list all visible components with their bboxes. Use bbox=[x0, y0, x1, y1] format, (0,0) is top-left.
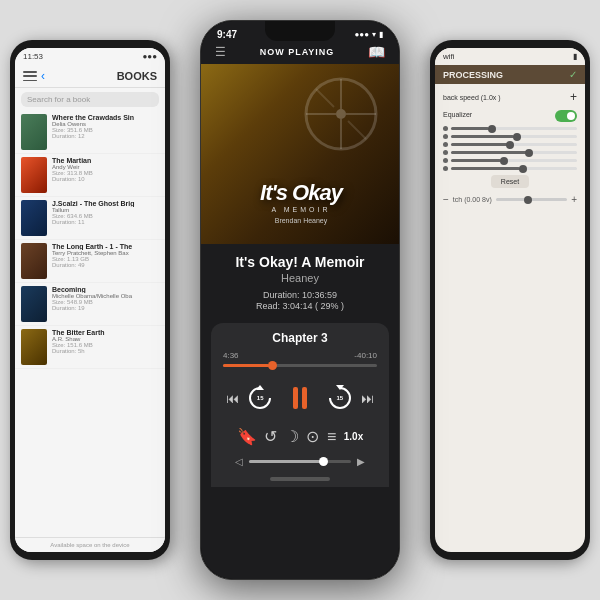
list-item[interactable]: Becoming Michelle Obama/Michelle Oba Siz… bbox=[15, 283, 165, 326]
book-cover bbox=[21, 114, 47, 150]
equalizer-button[interactable]: ≡ bbox=[327, 428, 336, 446]
volume-low-icon: ◁ bbox=[235, 456, 243, 467]
eq-band-5 bbox=[443, 158, 577, 163]
right-phone: wifi ▮ PROCESSING ✓ back speed (1.0x ) +… bbox=[430, 40, 590, 560]
eq-dot bbox=[443, 166, 448, 171]
right-battery-icon: ▮ bbox=[573, 52, 577, 61]
eq-bar[interactable] bbox=[451, 127, 577, 130]
left-phone-screen: 11:53 ●●● ‹ BOOKS Search for a book Wher… bbox=[15, 48, 165, 552]
signal-icon: ●●● bbox=[354, 30, 369, 39]
reset-button[interactable]: Reset bbox=[491, 175, 529, 188]
list-item[interactable]: The Martian Andy Weir Size: 313.8 MB Dur… bbox=[15, 154, 165, 197]
speed-row: back speed (1.0x ) + bbox=[443, 90, 577, 104]
eq-band-2 bbox=[443, 134, 577, 139]
rewind-fast-button[interactable]: ⏮ bbox=[226, 391, 239, 406]
eq-bar[interactable] bbox=[451, 135, 577, 138]
pause-bar-left bbox=[293, 387, 298, 409]
book-title: The Long Earth - 1 - The bbox=[52, 243, 159, 250]
sleep-button[interactable]: ☽ bbox=[285, 427, 299, 446]
eq-dot bbox=[443, 150, 448, 155]
chapter-title: Chapter 3 bbox=[223, 331, 377, 345]
book-cover bbox=[21, 286, 47, 322]
eq-bar[interactable] bbox=[451, 151, 577, 154]
book-cover bbox=[21, 200, 47, 236]
pitch-handle[interactable] bbox=[524, 196, 532, 204]
track-title: It's Okay! A Memoir bbox=[217, 254, 383, 270]
progress-fill bbox=[223, 364, 269, 367]
main-controls: ⏮ 15 bbox=[223, 375, 377, 423]
list-item[interactable]: The Bitter Earth A.R. Shaw Size: 151.6 M… bbox=[15, 326, 165, 369]
pitch-slider-row: − tch (0.00 8v) + bbox=[443, 194, 577, 205]
list-item[interactable]: The Long Earth - 1 - The Terry Pratchett… bbox=[15, 240, 165, 283]
left-header: ‹ BOOKS bbox=[15, 65, 165, 88]
book-title: The Martian bbox=[52, 157, 159, 164]
book-title: The Bitter Earth bbox=[52, 329, 159, 336]
pitch-slider[interactable] bbox=[496, 198, 567, 201]
battery-icon: ▮ bbox=[379, 30, 383, 39]
airplay-button[interactable]: ⊙ bbox=[306, 427, 319, 446]
notch bbox=[265, 21, 335, 41]
book-cover bbox=[21, 157, 47, 193]
forward-15-button[interactable]: 15 bbox=[326, 384, 354, 412]
volume-slider[interactable] bbox=[249, 460, 351, 463]
list-item[interactable]: Where the Crawdads Sin Delia Owens Size:… bbox=[15, 111, 165, 154]
book-duration: Duration: 12 bbox=[52, 133, 159, 139]
svg-line-6 bbox=[316, 89, 334, 107]
eq-bar[interactable] bbox=[451, 159, 577, 162]
repeat-button[interactable]: ↺ bbox=[264, 427, 277, 446]
volume-handle[interactable] bbox=[319, 457, 328, 466]
eq-bar[interactable] bbox=[451, 167, 577, 170]
progress-bar[interactable] bbox=[223, 364, 377, 367]
progress-time-row: 4:36 -40:10 bbox=[223, 351, 377, 360]
volume-row: ◁ ▶ bbox=[223, 452, 377, 473]
wheel-icon bbox=[301, 74, 381, 154]
status-icons: ●●● ▾ ▮ bbox=[354, 30, 383, 39]
volume-high-icon: ▶ bbox=[357, 456, 365, 467]
book-info: The Bitter Earth A.R. Shaw Size: 151.6 M… bbox=[52, 329, 159, 354]
pause-button[interactable] bbox=[281, 379, 319, 417]
back-arrow-icon[interactable]: ‹ bbox=[41, 69, 45, 83]
center-screen: 9:47 ●●● ▾ ▮ ☰ NOW PLAYING 📖 bbox=[201, 21, 399, 579]
speed-button[interactable]: 1.0x bbox=[344, 431, 363, 442]
book-info: Where the Crawdads Sin Delia Owens Size:… bbox=[52, 114, 159, 139]
book-duration: Duration: 5h bbox=[52, 348, 159, 354]
book-duration: Duration: 19 bbox=[52, 305, 159, 311]
book-duration: Duration: 10 bbox=[52, 176, 159, 182]
bookmark-button[interactable]: 🔖 bbox=[237, 427, 257, 446]
search-placeholder: Search for a book bbox=[27, 95, 90, 104]
pause-icon bbox=[293, 387, 307, 409]
book-title: Where the Crawdads Sin bbox=[52, 114, 159, 121]
svg-point-1 bbox=[336, 109, 346, 119]
track-info: It's Okay! A Memoir Heaney Duration: 10:… bbox=[201, 244, 399, 315]
pitch-minus-icon[interactable]: − bbox=[443, 194, 449, 205]
pitch-plus-icon[interactable]: + bbox=[571, 194, 577, 205]
progress-handle[interactable] bbox=[268, 361, 277, 370]
book-duration: Duration: 11 bbox=[52, 219, 159, 225]
pause-bar-right bbox=[302, 387, 307, 409]
book-cover bbox=[21, 243, 47, 279]
a-memoir-text: A MEMOIR bbox=[201, 206, 399, 213]
equalizer-toggle[interactable] bbox=[555, 110, 577, 122]
book-info: J.Scalzi - The Ghost Brig Tallum Size: 6… bbox=[52, 200, 159, 225]
track-duration: Duration: 10:36:59 bbox=[217, 290, 383, 300]
list-item[interactable]: J.Scalzi - The Ghost Brig Tallum Size: 6… bbox=[15, 197, 165, 240]
right-status-bar: wifi ▮ bbox=[435, 48, 585, 65]
book-info: The Long Earth - 1 - The Terry Pratchett… bbox=[52, 243, 159, 268]
center-time: 9:47 bbox=[217, 29, 237, 40]
menu-icon[interactable]: ☰ bbox=[215, 45, 226, 59]
rewind-15-button[interactable]: 15 bbox=[246, 384, 274, 412]
track-author: Heaney bbox=[217, 272, 383, 284]
speed-plus-button[interactable]: + bbox=[570, 90, 577, 104]
book-duration: Duration: 49 bbox=[52, 262, 159, 268]
track-read-progress: Read: 3:04:14 ( 29% ) bbox=[217, 301, 383, 311]
eq-bar[interactable] bbox=[451, 143, 577, 146]
left-footer: Available space on the device bbox=[15, 537, 165, 552]
chapter-section: Chapter 3 4:36 -40:10 ⏮ bbox=[211, 323, 389, 487]
eq-band-4 bbox=[443, 150, 577, 155]
book-icon[interactable]: 📖 bbox=[368, 44, 385, 60]
hamburger-icon[interactable] bbox=[23, 71, 37, 81]
right-phone-screen: wifi ▮ PROCESSING ✓ back speed (1.0x ) +… bbox=[435, 48, 585, 552]
search-bar[interactable]: Search for a book bbox=[21, 92, 159, 107]
forward-fast-button[interactable]: ⏭ bbox=[361, 391, 374, 406]
speed-label: back speed (1.0x ) bbox=[443, 94, 501, 101]
